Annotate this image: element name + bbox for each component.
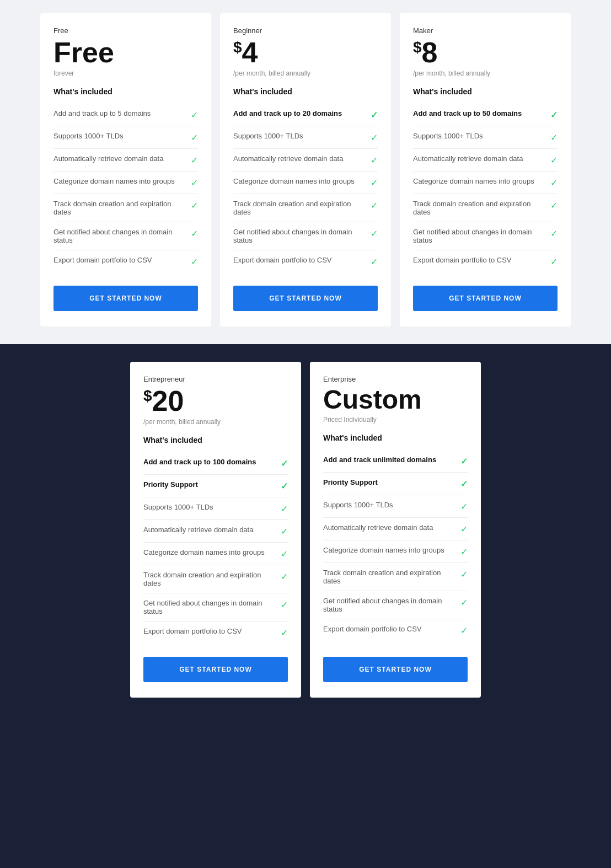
- plan-card-enterprise: EnterpriseCustomPriced IndividuallyWhat'…: [310, 362, 481, 698]
- check-icon: ✓: [281, 526, 288, 537]
- feature-text: Add and track up to 100 domains: [143, 458, 276, 466]
- feature-item: Automatically retrieve domain data✓: [143, 520, 288, 543]
- feature-item: Track domain creation and expiration dat…: [143, 565, 288, 593]
- feature-item: Supports 1000+ TLDs✓: [143, 497, 288, 520]
- feature-item: Categorize domain names into groups✓: [323, 540, 468, 563]
- feature-item: Automatically retrieve domain data✓: [53, 149, 198, 172]
- check-icon: ✓: [191, 228, 198, 239]
- check-icon: ✓: [371, 155, 378, 165]
- feature-text: Automatically retrieve domain data: [233, 154, 366, 163]
- check-icon: ✓: [371, 110, 378, 120]
- feature-item: Supports 1000+ TLDs✓: [323, 495, 468, 518]
- plan-subtitle: /per month, billed annually: [233, 69, 378, 77]
- check-icon: ✓: [371, 256, 378, 267]
- feature-text: Get notified about changes in domain sta…: [323, 597, 456, 613]
- check-icon: ✓: [550, 155, 558, 165]
- whats-included-label: What's included: [143, 436, 288, 444]
- whats-included-label: What's included: [233, 87, 378, 96]
- feature-text: Track domain creation and expiration dat…: [53, 200, 186, 216]
- whats-included-label: What's included: [53, 87, 198, 96]
- feature-item: Track domain creation and expiration dat…: [413, 194, 558, 222]
- feature-item: Export domain portfolio to CSV✓: [233, 250, 378, 272]
- top-section: FreeFreeforeverWhat's includedAdd and tr…: [0, 0, 611, 344]
- plan-price: $4: [233, 37, 378, 68]
- check-icon: ✓: [460, 479, 468, 489]
- feature-list: Add and track up to 5 domains✓Supports 1…: [53, 104, 198, 272]
- check-icon: ✓: [550, 178, 558, 188]
- feature-item: Get notified about changes in domain sta…: [323, 591, 468, 619]
- get-started-button[interactable]: GET STARTED NOW: [323, 657, 468, 682]
- feature-item: Track domain creation and expiration dat…: [323, 563, 468, 591]
- feature-text: Priority Support: [323, 478, 456, 486]
- check-icon: ✓: [191, 110, 198, 120]
- check-icon: ✓: [281, 571, 288, 582]
- feature-item: Add and track up to 20 domains✓: [233, 104, 378, 126]
- whats-included-label: What's included: [413, 87, 558, 96]
- feature-item: Supports 1000+ TLDs✓: [413, 126, 558, 149]
- feature-item: Export domain portfolio to CSV✓: [413, 250, 558, 272]
- check-icon: ✓: [371, 228, 378, 239]
- feature-text: Get notified about changes in domain sta…: [53, 228, 186, 244]
- plan-subtitle: Priced Individually: [323, 416, 468, 424]
- feature-text: Get notified about changes in domain sta…: [143, 599, 276, 615]
- bottom-section: Entrepreneur$20/per month, billed annual…: [0, 344, 611, 720]
- check-icon: ✓: [281, 503, 288, 514]
- feature-text: Categorize domain names into groups: [53, 177, 186, 185]
- feature-text: Supports 1000+ TLDs: [413, 132, 546, 140]
- feature-text: Categorize domain names into groups: [233, 177, 366, 185]
- feature-item: Export domain portfolio to CSV✓: [53, 250, 198, 272]
- feature-item: Automatically retrieve domain data✓: [323, 518, 468, 540]
- feature-text: Categorize domain names into groups: [323, 546, 456, 554]
- check-icon: ✓: [191, 256, 198, 267]
- plan-card-free: FreeFreeforeverWhat's includedAdd and tr…: [40, 13, 211, 326]
- plan-price: Free: [53, 37, 198, 68]
- check-icon: ✓: [460, 625, 468, 636]
- plan-subtitle: forever: [53, 69, 198, 77]
- feature-item: Get notified about changes in domain sta…: [143, 593, 288, 621]
- feature-text: Export domain portfolio to CSV: [53, 256, 186, 264]
- feature-text: Automatically retrieve domain data: [53, 154, 186, 163]
- currency-symbol: $: [413, 39, 422, 56]
- feature-item: Categorize domain names into groups✓: [53, 172, 198, 194]
- get-started-button[interactable]: GET STARTED NOW: [143, 657, 288, 682]
- feature-text: Supports 1000+ TLDs: [323, 501, 456, 509]
- feature-text: Add and track up to 20 domains: [233, 109, 366, 117]
- feature-text: Track domain creation and expiration dat…: [413, 200, 546, 216]
- whats-included-label: What's included: [323, 433, 468, 442]
- plan-card-entrepreneur: Entrepreneur$20/per month, billed annual…: [130, 362, 301, 698]
- plan-subtitle: /per month, billed annually: [143, 418, 288, 426]
- check-icon: ✓: [281, 458, 288, 469]
- feature-text: Add and track up to 50 domains: [413, 109, 546, 117]
- feature-text: Export domain portfolio to CSV: [323, 625, 456, 633]
- feature-text: Automatically retrieve domain data: [413, 154, 546, 163]
- feature-item: Add and track unlimited domains✓: [323, 450, 468, 473]
- plan-tier-label: Enterprise: [323, 375, 468, 383]
- feature-list: Add and track up to 20 domains✓Supports …: [233, 104, 378, 272]
- plan-tier-label: Beginner: [233, 26, 378, 35]
- check-icon: ✓: [371, 200, 378, 211]
- feature-item: Priority Support✓: [323, 473, 468, 495]
- get-started-button[interactable]: GET STARTED NOW: [53, 286, 198, 311]
- get-started-button[interactable]: GET STARTED NOW: [233, 286, 378, 311]
- plan-subtitle: /per month, billed annually: [413, 69, 558, 77]
- feature-item: Get notified about changes in domain sta…: [53, 222, 198, 250]
- check-icon: ✓: [550, 110, 558, 120]
- check-icon: ✓: [281, 599, 288, 610]
- feature-item: Export domain portfolio to CSV✓: [323, 619, 468, 641]
- feature-item: Track domain creation and expiration dat…: [233, 194, 378, 222]
- currency-symbol: $: [233, 39, 242, 56]
- feature-item: Add and track up to 5 domains✓: [53, 104, 198, 126]
- feature-text: Categorize domain names into groups: [413, 177, 546, 185]
- feature-list: Add and track unlimited domains✓Priority…: [323, 450, 468, 644]
- check-icon: ✓: [460, 597, 468, 608]
- feature-text: Track domain creation and expiration dat…: [323, 569, 456, 585]
- feature-item: Get notified about changes in domain sta…: [413, 222, 558, 250]
- check-icon: ✓: [460, 456, 468, 467]
- feature-item: Categorize domain names into groups✓: [413, 172, 558, 194]
- feature-item: Supports 1000+ TLDs✓: [53, 126, 198, 149]
- check-icon: ✓: [550, 256, 558, 267]
- feature-text: Track domain creation and expiration dat…: [143, 571, 276, 587]
- check-icon: ✓: [281, 549, 288, 559]
- get-started-button[interactable]: GET STARTED NOW: [413, 286, 558, 311]
- feature-list: Add and track up to 50 domains✓Supports …: [413, 104, 558, 272]
